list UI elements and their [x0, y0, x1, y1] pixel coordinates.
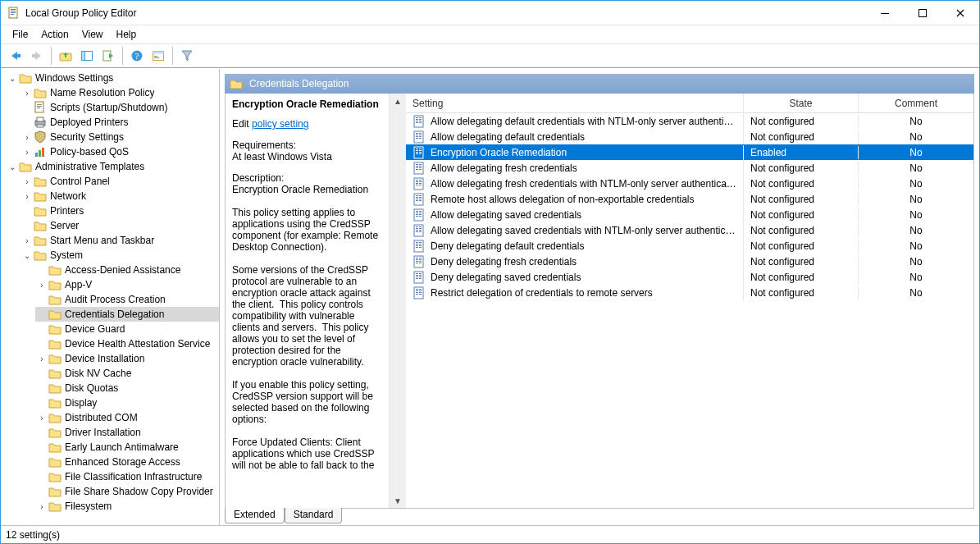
chevron-right-icon[interactable]: › [35, 278, 48, 291]
help-button[interactable]: ? [127, 47, 147, 65]
setting-state: Not configured [744, 271, 859, 284]
tree-item[interactable]: ›Control Panel [21, 174, 219, 189]
setting-row[interactable]: Restrict delegation of credentials to re… [406, 285, 973, 300]
setting-row[interactable]: Allow delegating fresh credentialsNot co… [406, 160, 973, 176]
setting-state: Not configured [744, 255, 859, 268]
col-setting[interactable]: Setting [406, 94, 744, 112]
tree-item[interactable]: ›Network [21, 189, 219, 203]
svg-rect-48 [416, 149, 418, 149]
tab-standard[interactable]: Standard [285, 508, 343, 523]
setting-row[interactable]: Allow delegating fresh credentials with … [406, 176, 973, 191]
tree-item[interactable]: ›Start Menu and Taskbar [21, 233, 219, 248]
setting-row[interactable]: Deny delegating default credentialsNot c… [406, 238, 973, 254]
forward-button[interactable] [27, 47, 47, 65]
policy-icon [413, 162, 426, 175]
tree-item[interactable]: Credentials Delegation [35, 307, 219, 322]
tree-item[interactable]: Display [35, 395, 219, 410]
tree-item[interactable]: File Share Shadow Copy Provider [35, 484, 219, 499]
chevron-right-icon[interactable]: › [35, 352, 48, 365]
chevron-down-icon[interactable]: ⌄ [6, 160, 19, 173]
svg-rect-52 [416, 152, 418, 153]
folder-icon [48, 441, 62, 454]
setting-state: Enabled [744, 146, 859, 159]
setting-row[interactable]: Allow delegating saved credentials with … [406, 222, 973, 238]
scroll-up-icon[interactable]: ▲ [390, 94, 406, 108]
chevron-down-icon[interactable]: ⌄ [21, 249, 34, 262]
menu-view[interactable]: View [75, 27, 110, 42]
chevron-right-icon[interactable]: › [21, 130, 34, 144]
tree-item[interactable]: ›Name Resolution Policy [21, 85, 219, 100]
chevron-right-icon[interactable]: › [21, 86, 34, 99]
setting-row[interactable]: Allow delegating default credentialsNot … [406, 129, 973, 144]
tree-item-label: Printers [50, 205, 84, 217]
svg-rect-27 [39, 150, 41, 157]
col-comment[interactable]: Comment [859, 94, 973, 112]
svg-rect-74 [414, 194, 423, 205]
tree-item[interactable]: ›Distributed COM [35, 410, 219, 425]
tree-item[interactable]: Server [21, 218, 219, 233]
tree-item[interactable]: ⌄System [21, 248, 219, 263]
setting-row[interactable]: Deny delegating fresh credentialsNot con… [406, 254, 973, 269]
setting-state: Not configured [744, 115, 859, 128]
setting-name: Encryption Oracle Remediation [431, 147, 567, 158]
close-button[interactable] [941, 1, 979, 25]
setting-state: Not configured [744, 162, 859, 175]
svg-rect-102 [416, 242, 418, 243]
tree-item[interactable]: ⌄Administrative Templates [6, 159, 219, 174]
tree-item[interactable]: Scripts (Startup/Shutdown) [21, 100, 219, 115]
tree-item[interactable]: ›Device Installation [35, 351, 219, 366]
svg-rect-107 [419, 245, 422, 246]
chevron-down-icon[interactable]: ⌄ [6, 71, 19, 85]
setting-row[interactable]: Allow delegating default credentials wit… [406, 113, 973, 129]
tree-item[interactable]: Disk NV Cache [35, 366, 219, 381]
tree-item[interactable]: Device Guard [35, 322, 219, 336]
tree-item[interactable]: ›Filesystem [35, 499, 219, 514]
chevron-right-icon[interactable]: › [21, 175, 34, 188]
col-state[interactable]: State [744, 94, 859, 112]
tree-item[interactable]: Printers [21, 203, 219, 218]
setting-row[interactable]: Allow delegating saved credentialsNot co… [406, 207, 973, 222]
properties-button[interactable] [148, 47, 168, 65]
svg-rect-1 [11, 9, 16, 10]
tree-item[interactable]: Device Health Attestation Service [35, 336, 219, 351]
tree-item[interactable]: ⌄Windows Settings [6, 71, 219, 85]
tree-item[interactable]: Disk Quotas [35, 381, 219, 395]
edit-policy-link[interactable]: policy setting [252, 118, 308, 130]
scroll-down-icon[interactable]: ▼ [390, 493, 406, 508]
menu-file[interactable]: File [6, 27, 34, 42]
tab-extended[interactable]: Extended [225, 508, 285, 523]
tree-item[interactable]: Driver Installation [35, 425, 219, 440]
tree-item[interactable]: Access-Denied Assistance [35, 263, 219, 277]
svg-rect-110 [414, 256, 423, 267]
tree-pane[interactable]: ⌄Windows Settings›Name Resolution Policy… [1, 69, 220, 525]
folder-icon [48, 367, 62, 380]
setting-row[interactable]: Deny delegating saved credentialsNot con… [406, 269, 973, 285]
tree-item[interactable]: ›Policy-based QoS [21, 144, 219, 159]
chevron-right-icon[interactable]: › [21, 145, 34, 158]
chevron-right-icon[interactable]: › [35, 500, 48, 513]
tree-item[interactable]: File Classification Infrastructure [35, 469, 219, 484]
maximize-button[interactable] [904, 1, 941, 25]
setting-name: Allow delegating saved credentials with … [431, 225, 736, 236]
show-hide-tree-button[interactable] [77, 47, 97, 65]
tree-item[interactable]: Early Launch Antimalware [35, 440, 219, 455]
menu-action[interactable]: Action [34, 27, 75, 42]
tree-item[interactable]: ›App-V [35, 277, 219, 292]
desc-scrollbar[interactable]: ▲ ▼ [390, 94, 406, 508]
tree-item[interactable]: Enhanced Storage Access [35, 455, 219, 469]
minimize-button[interactable] [866, 1, 904, 25]
chevron-right-icon[interactable]: › [21, 190, 34, 203]
filter-button[interactable] [177, 47, 197, 65]
svg-rect-32 [416, 119, 418, 120]
chevron-right-icon[interactable]: › [35, 411, 48, 424]
tree-item[interactable]: Audit Process Creation [35, 292, 219, 307]
setting-row[interactable]: Encryption Oracle RemediationEnabledNo [406, 144, 973, 160]
up-folder-button[interactable] [56, 47, 75, 65]
menu-help[interactable]: Help [110, 27, 144, 42]
setting-row[interactable]: Remote host allows delegation of non-exp… [406, 191, 973, 207]
export-list-button[interactable] [98, 47, 118, 65]
tree-item[interactable]: ›Security Settings [21, 130, 219, 144]
chevron-right-icon[interactable]: › [21, 234, 34, 247]
tree-item[interactable]: Deployed Printers [21, 115, 219, 130]
back-button[interactable] [6, 47, 25, 65]
